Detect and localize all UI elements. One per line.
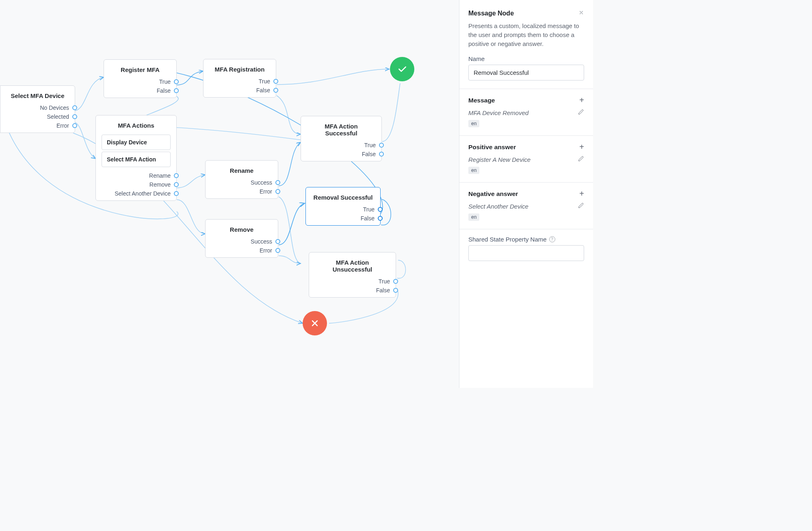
message-label: Message [468, 97, 495, 104]
node-mfa-actions[interactable]: MFA Actions Display Device Select MFA Ac… [95, 115, 177, 201]
add-message-button[interactable]: + [579, 96, 584, 105]
edit-icon[interactable] [578, 202, 584, 210]
properties-panel: Message Node Presents a custom, localize… [459, 0, 593, 388]
help-icon[interactable]: ? [549, 236, 555, 242]
outcome-true[interactable]: True [307, 141, 376, 150]
port-icon[interactable] [275, 180, 280, 185]
node-select-mfa-device[interactable]: Select MFA Device No Devices Selected Er… [0, 85, 75, 133]
node-title: Removal Successful [312, 192, 375, 205]
outcome-no-devices[interactable]: No Devices [6, 103, 69, 112]
outcome-rename[interactable]: Rename [102, 171, 171, 180]
panel-title: Message Node [468, 10, 514, 17]
fail-end-icon[interactable] [303, 311, 327, 335]
outcome-false[interactable]: False [307, 150, 376, 159]
port-icon[interactable] [174, 173, 179, 178]
outcome-success[interactable]: Success [211, 237, 272, 246]
lang-pill: en [468, 213, 479, 221]
node-title: Rename [211, 165, 272, 178]
outcome-false[interactable]: False [110, 86, 171, 95]
port-icon[interactable] [273, 79, 278, 84]
node-rename[interactable]: Rename Success Error [205, 160, 278, 199]
lang-pill: en [468, 167, 479, 174]
name-label: Name [468, 55, 584, 62]
add-positive-button[interactable]: + [579, 142, 584, 152]
node-mfa-registration[interactable]: MFA Registration True False [203, 59, 276, 98]
node-title: Select MFA Device [6, 90, 69, 103]
lang-pill: en [468, 120, 479, 127]
edit-icon[interactable] [578, 156, 584, 163]
node-title: MFA Actions [102, 120, 171, 133]
outcome-select-another[interactable]: Select Another Device [102, 189, 171, 198]
outcome-false[interactable]: False [209, 86, 270, 95]
inner-select-mfa-action[interactable]: Select MFA Action [102, 152, 171, 167]
port-icon[interactable] [72, 123, 77, 128]
outcome-true[interactable]: True [110, 77, 171, 86]
outcome-remove[interactable]: Remove [102, 180, 171, 189]
node-title: MFA Action Successful [307, 120, 376, 141]
shared-state-input[interactable] [468, 245, 584, 261]
port-icon[interactable] [72, 105, 77, 110]
node-title: Register MFA [110, 64, 171, 77]
flow-canvas[interactable]: Select MFA Device No Devices Selected Er… [0, 0, 418, 388]
node-mfa-action-unsuccessful[interactable]: MFA Action Unsuccessful True False [309, 252, 396, 298]
edit-icon[interactable] [578, 109, 584, 117]
port-icon[interactable] [379, 143, 384, 148]
message-value: MFA Device Removed [468, 109, 528, 116]
port-icon[interactable] [393, 288, 398, 293]
outcome-false[interactable]: False [315, 286, 390, 295]
port-icon[interactable] [378, 207, 383, 212]
outcome-success[interactable]: Success [211, 178, 272, 187]
port-icon[interactable] [379, 152, 384, 157]
node-register-mfa[interactable]: Register MFA True False [104, 59, 177, 98]
close-icon[interactable] [578, 9, 584, 17]
port-icon[interactable] [275, 189, 280, 194]
port-icon[interactable] [393, 279, 398, 284]
shared-state-label: Shared State Property Name [468, 236, 547, 243]
port-icon[interactable] [275, 239, 280, 244]
port-icon[interactable] [275, 248, 280, 253]
node-title: MFA Action Unsuccessful [315, 257, 390, 277]
node-title: MFA Registration [209, 63, 270, 77]
port-icon[interactable] [72, 114, 77, 119]
positive-label: Positive answer [468, 144, 516, 151]
port-icon[interactable] [174, 79, 179, 84]
outcome-true[interactable]: True [312, 205, 375, 214]
port-icon[interactable] [174, 191, 179, 196]
add-negative-button[interactable]: + [579, 189, 584, 198]
port-icon[interactable] [174, 88, 179, 93]
positive-value: Register A New Device [468, 156, 531, 163]
outcome-error[interactable]: Error [211, 187, 272, 196]
panel-description: Presents a custom, localized message to … [468, 22, 584, 48]
name-input[interactable] [468, 65, 584, 81]
node-title: Remove [211, 224, 272, 237]
node-remove[interactable]: Remove Success Error [205, 219, 278, 258]
node-removal-successful[interactable]: Removal Successful True False [305, 187, 381, 226]
outcome-true[interactable]: True [315, 277, 390, 286]
negative-value: Select Another Device [468, 203, 528, 210]
port-icon[interactable] [174, 182, 179, 187]
negative-label: Negative answer [468, 190, 518, 198]
outcome-error[interactable]: Error [6, 121, 69, 130]
inner-display-device[interactable]: Display Device [102, 135, 171, 150]
node-mfa-action-successful[interactable]: MFA Action Successful True False [301, 116, 382, 161]
outcome-false[interactable]: False [312, 214, 375, 223]
outcome-error[interactable]: Error [211, 246, 272, 255]
success-end-icon[interactable] [390, 57, 414, 81]
port-icon[interactable] [273, 88, 278, 93]
outcome-selected[interactable]: Selected [6, 112, 69, 121]
port-icon[interactable] [378, 216, 383, 221]
outcome-true[interactable]: True [209, 77, 270, 86]
